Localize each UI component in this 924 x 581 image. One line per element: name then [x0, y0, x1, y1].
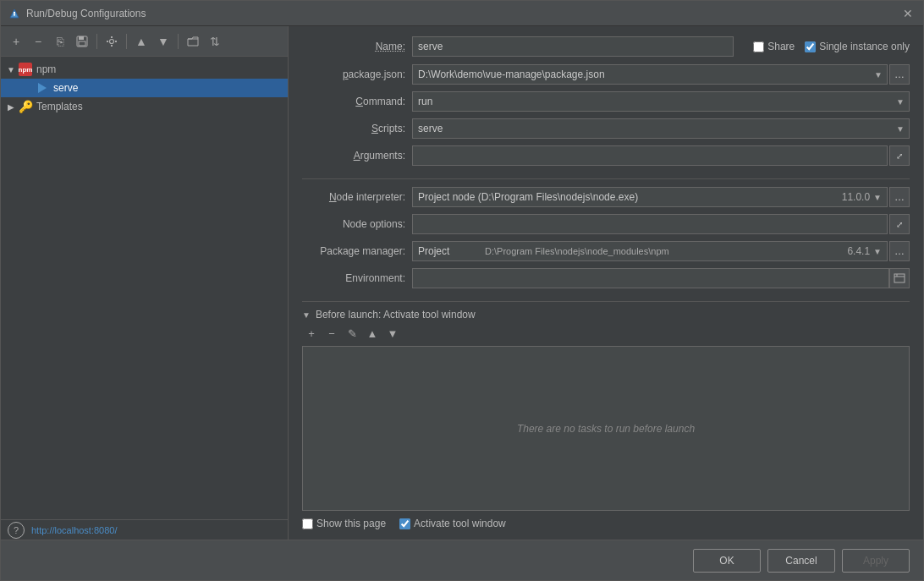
command-select[interactable]: run: [412, 91, 910, 112]
activate-window-checkbox[interactable]: [399, 518, 410, 529]
localhost-link[interactable]: http://localhost:8080/: [31, 525, 118, 535]
close-button[interactable]: ✕: [899, 5, 916, 22]
package-manager-version-text: 6.4.1: [847, 245, 870, 257]
templates-label: Templates: [36, 101, 83, 112]
status-bar: ? http://localhost:8080/: [1, 519, 288, 540]
share-checkbox-label[interactable]: Share: [753, 41, 795, 52]
before-launch-separator: [302, 301, 910, 302]
serve-label: serve: [53, 82, 78, 94]
package-manager-version-badge: 6.4.1 ▼: [842, 241, 888, 261]
copy-config-button[interactable]: ⎘: [50, 31, 70, 52]
dialog-icon: [8, 7, 21, 20]
left-panel: + − ⎘ ▲: [1, 26, 289, 540]
top-right-options: Share Single instance only: [753, 41, 910, 52]
environment-input[interactable]: [412, 268, 889, 288]
before-launch-toggle[interactable]: ▼: [302, 310, 311, 320]
bl-down-button[interactable]: ▼: [383, 324, 402, 343]
package-json-browse-button[interactable]: …: [889, 64, 910, 85]
main-content: + − ⎘ ▲: [1, 26, 923, 540]
package-manager-path: D:\Program Files\nodejs\node_modules\npm: [480, 241, 842, 261]
serve-icon: [35, 80, 50, 96]
package-json-row: package.json: D:\Work\demo\vue-manage\pa…: [302, 63, 910, 85]
apply-button[interactable]: Apply: [842, 549, 910, 573]
cancel-button[interactable]: Cancel: [767, 549, 835, 573]
toolbar-separator: [96, 34, 97, 49]
add-config-button[interactable]: +: [6, 31, 26, 52]
scripts-select-wrap: serve ▼: [412, 118, 910, 139]
package-manager-button[interactable]: …: [889, 241, 910, 261]
templates-icon: 🔑: [18, 99, 33, 114]
config-tree: ▼ npm npm serve: [1, 57, 288, 519]
before-launch-section: ▼ Before launch: Activate tool window + …: [302, 309, 910, 511]
svg-rect-1: [14, 14, 15, 16]
bl-edit-button[interactable]: ✎: [343, 324, 361, 343]
package-json-label: package.json:: [302, 69, 412, 80]
single-instance-checkbox[interactable]: [805, 41, 816, 52]
node-interpreter-wrap: Project node (D:\Program Files\nodejs\no…: [412, 187, 888, 207]
before-launch-toolbar: + − ✎ ▲ ▼: [302, 324, 910, 343]
command-row: Command: run ▼: [302, 90, 910, 112]
package-json-select[interactable]: D:\Work\demo\vue-manage\package.json: [412, 64, 888, 85]
templates-expand-icon: ▶: [4, 102, 18, 112]
dialog-footer: OK Cancel Apply: [1, 540, 923, 580]
title-bar: Run/Debug Configurations ✕: [1, 1, 923, 26]
npm-icon: npm: [18, 62, 33, 77]
package-manager-wrap: Project D:\Program Files\nodejs\node_mod…: [412, 241, 888, 261]
tree-serve-item[interactable]: serve: [1, 79, 288, 97]
package-manager-select[interactable]: Project: [412, 241, 480, 261]
name-input[interactable]: [412, 36, 734, 57]
arguments-input[interactable]: [412, 145, 888, 166]
share-checkbox[interactable]: [753, 41, 764, 52]
sort-button[interactable]: ⇅: [205, 31, 225, 52]
node-version-badge: 11.0.0 ▼: [837, 187, 888, 207]
svg-rect-8: [894, 274, 905, 282]
environment-label: Environment:: [302, 272, 412, 284]
settings-button[interactable]: [102, 31, 122, 52]
package-manager-path-text: D:\Program Files\nodejs\node_modules\npm: [485, 246, 669, 256]
before-launch-title: Before launch: Activate tool window: [316, 309, 476, 321]
tree-templates-item[interactable]: ▶ 🔑 Templates: [1, 97, 288, 116]
svg-point-6: [110, 39, 114, 43]
command-label: Command:: [302, 96, 412, 107]
save-config-button[interactable]: [72, 31, 92, 52]
help-icon[interactable]: ?: [8, 522, 25, 539]
ok-button[interactable]: OK: [693, 549, 761, 573]
move-down-button[interactable]: ▼: [153, 31, 173, 52]
bl-add-button[interactable]: +: [302, 324, 321, 343]
arguments-label: Arguments:: [302, 150, 412, 162]
node-options-expand-button[interactable]: ⤢: [889, 214, 910, 234]
remove-config-button[interactable]: −: [28, 31, 48, 52]
scripts-select[interactable]: serve: [412, 118, 910, 139]
node-options-input[interactable]: [412, 214, 888, 234]
node-interpreter-button[interactable]: …: [889, 187, 910, 207]
command-select-wrap: run ▼: [412, 91, 910, 112]
before-launch-empty-message: There are no tasks to run before launch: [517, 423, 695, 435]
environment-browse-button[interactable]: [889, 268, 910, 288]
single-instance-label: Single instance only: [819, 41, 910, 52]
package-json-select-wrap: D:\Work\demo\vue-manage\package.json ▼: [412, 64, 888, 85]
node-options-row: Node options: ⤢: [302, 213, 910, 235]
right-panel: Name: Share Single instance only: [289, 26, 923, 540]
name-section: Name: Share Single instance only: [302, 36, 910, 57]
dialog-title: Run/Debug Configurations: [26, 8, 899, 19]
node-version-text: 11.0.0: [842, 191, 870, 203]
arguments-expand-button[interactable]: ⤢: [889, 145, 910, 166]
bl-up-button[interactable]: ▲: [363, 324, 382, 343]
activate-window-label[interactable]: Activate tool window: [399, 518, 506, 529]
bl-remove-button[interactable]: −: [322, 324, 341, 343]
tree-npm-group[interactable]: ▼ npm npm: [1, 60, 288, 79]
node-interpreter-select[interactable]: Project node (D:\Program Files\nodejs\no…: [412, 187, 837, 207]
bottom-options: Show this page Activate tool window: [302, 518, 910, 529]
single-instance-checkbox-label[interactable]: Single instance only: [805, 41, 910, 52]
form-separator: [302, 178, 910, 179]
move-up-button[interactable]: ▲: [131, 31, 151, 52]
run-debug-dialog: Run/Debug Configurations ✕ + − ⎘: [0, 0, 924, 581]
node-interpreter-row: Node interpreter: Project node (D:\Progr…: [302, 186, 910, 208]
show-page-checkbox[interactable]: [302, 518, 313, 529]
show-page-label[interactable]: Show this page: [302, 518, 386, 529]
npm-label: npm: [36, 63, 56, 75]
arguments-row: Arguments: ⤢: [302, 145, 910, 167]
folder-button[interactable]: [183, 31, 203, 52]
npm-expand-icon: ▼: [4, 65, 18, 74]
svg-rect-4: [79, 36, 84, 40]
